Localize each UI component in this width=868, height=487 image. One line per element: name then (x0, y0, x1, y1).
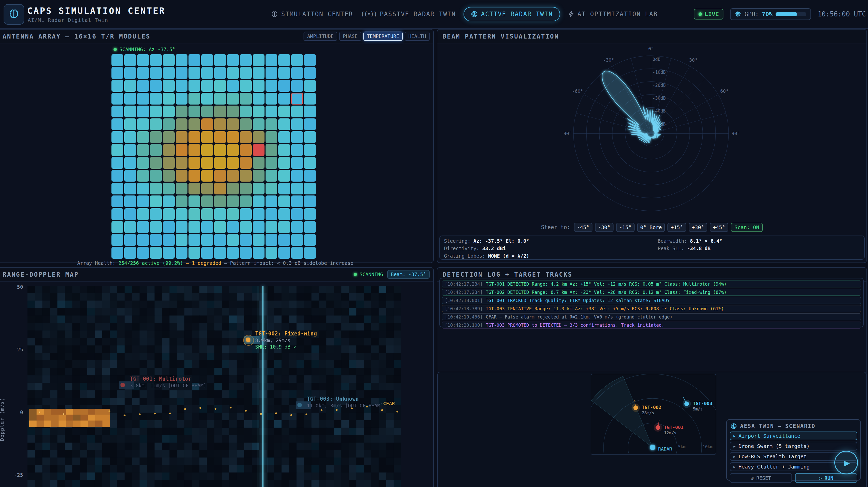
tr-module-cell[interactable] (278, 195, 290, 207)
tr-module-cell[interactable] (304, 54, 316, 66)
tr-module-cell[interactable] (304, 183, 316, 194)
tr-module-cell[interactable] (291, 247, 303, 258)
tr-module-cell[interactable] (291, 105, 303, 117)
tr-module-cell[interactable] (150, 221, 162, 233)
tr-module-cell[interactable] (214, 131, 226, 143)
tr-module-cell[interactable] (304, 208, 316, 220)
tr-module-cell[interactable] (240, 93, 252, 104)
tr-module-cell[interactable] (291, 54, 303, 66)
tr-module-cell[interactable] (266, 67, 277, 79)
tr-module-cell[interactable] (163, 234, 175, 246)
tr-module-cell[interactable] (214, 105, 226, 117)
tr-module-cell[interactable] (253, 247, 265, 258)
tr-module-cell[interactable] (227, 170, 239, 182)
tr-module-cell[interactable] (124, 118, 136, 130)
run-button[interactable]: ▷ RUN (795, 473, 857, 483)
nav-item-passive-radar-twin[interactable]: ((•))PASSIVE RADAR TWIN (361, 10, 456, 18)
tr-module-cell[interactable] (253, 131, 265, 143)
tr-module-cell[interactable] (266, 118, 277, 130)
tr-module-cell[interactable] (202, 93, 213, 104)
tr-module-cell[interactable] (150, 118, 162, 130)
tr-module-cell[interactable] (202, 234, 213, 246)
tr-module-cell[interactable] (112, 105, 123, 117)
tr-module-cell[interactable] (176, 131, 187, 143)
tr-module-cell[interactable] (176, 247, 187, 258)
tr-module-cell[interactable] (291, 170, 303, 182)
tr-module-cell[interactable] (188, 183, 200, 194)
tr-module-cell[interactable] (214, 67, 226, 79)
tr-module-cell[interactable] (240, 234, 252, 246)
tr-module-cell[interactable] (124, 170, 136, 182)
tr-module-cell[interactable] (253, 208, 265, 220)
scenario-item-drone-swarm-5-targets-[interactable]: ▶Drone Swarm (5 targets) (730, 442, 857, 451)
tr-module-cell[interactable] (253, 80, 265, 92)
tr-module-cell[interactable] (266, 195, 277, 207)
tr-module-cell[interactable] (240, 131, 252, 143)
tr-module-cell[interactable] (304, 157, 316, 169)
tr-module-cell[interactable] (253, 54, 265, 66)
tr-module-cell[interactable] (266, 183, 277, 194)
tr-module-cell[interactable] (112, 144, 123, 156)
steer-button--45[interactable]: -45° (574, 223, 592, 232)
tr-module-cell[interactable] (202, 118, 213, 130)
tr-module-cell[interactable] (163, 118, 175, 130)
tr-module-cell[interactable] (188, 118, 200, 130)
tr-module-cell[interactable] (214, 80, 226, 92)
tr-module-cell[interactable] (137, 67, 149, 79)
tr-module-cell[interactable] (163, 170, 175, 182)
tr-module-cell[interactable] (137, 93, 149, 104)
play-fab-button[interactable]: ▶ (834, 451, 858, 475)
tr-module-cell[interactable] (163, 80, 175, 92)
tr-module-cell[interactable] (137, 170, 149, 182)
tr-module-cell[interactable] (163, 221, 175, 233)
tr-module-cell[interactable] (304, 80, 316, 92)
tr-module-cell[interactable] (188, 54, 200, 66)
tr-module-cell[interactable] (304, 105, 316, 117)
tr-module-cell[interactable] (291, 67, 303, 79)
tr-module-cell[interactable] (150, 157, 162, 169)
steer-button--30[interactable]: -30° (595, 223, 614, 232)
tr-module-cell[interactable] (214, 183, 226, 194)
tr-module-cell[interactable] (253, 234, 265, 246)
tr-module-cell[interactable] (176, 118, 187, 130)
tr-module-cell[interactable] (304, 170, 316, 182)
tr-module-cell[interactable] (240, 247, 252, 258)
tr-module-cell[interactable] (291, 144, 303, 156)
tr-module-cell[interactable] (227, 144, 239, 156)
tab-amplitude[interactable]: AMPLITUDE (304, 32, 337, 41)
tr-module-cell[interactable] (202, 221, 213, 233)
tr-module-cell[interactable] (240, 208, 252, 220)
tr-module-cell[interactable] (188, 247, 200, 258)
steer-button-0Bore[interactable]: 0° Bore (637, 223, 665, 232)
tr-module-cell[interactable] (150, 183, 162, 194)
tr-module-cell[interactable] (176, 234, 187, 246)
tr-module-cell[interactable] (124, 183, 136, 194)
tr-module-cell[interactable] (227, 118, 239, 130)
tr-module-cell[interactable] (304, 144, 316, 156)
tr-module-cell[interactable] (124, 195, 136, 207)
tr-module-cell[interactable] (278, 221, 290, 233)
steer-button-+45[interactable]: +45° (710, 223, 728, 232)
tr-module-cell[interactable] (124, 144, 136, 156)
tr-module-cell[interactable] (291, 221, 303, 233)
tr-module-cell[interactable] (188, 234, 200, 246)
tr-module-cell[interactable] (227, 195, 239, 207)
tr-module-cell[interactable] (188, 93, 200, 104)
nav-item-simulation-center[interactable]: SIMULATION CENTER (271, 10, 353, 18)
tr-module-cell[interactable] (202, 157, 213, 169)
tr-module-cell[interactable] (291, 157, 303, 169)
tr-module-cell[interactable] (278, 54, 290, 66)
tr-module-cell[interactable] (214, 93, 226, 104)
tr-module-cell[interactable] (150, 67, 162, 79)
tr-module-cell[interactable] (188, 195, 200, 207)
steer-button-+15[interactable]: +15° (668, 223, 686, 232)
tr-module-cell[interactable] (176, 208, 187, 220)
tr-module-cell[interactable] (240, 118, 252, 130)
tr-module-cell[interactable] (163, 144, 175, 156)
tr-module-cell[interactable] (137, 195, 149, 207)
tr-module-cell[interactable] (202, 131, 213, 143)
tr-module-cell[interactable] (137, 144, 149, 156)
tr-module-cell[interactable] (253, 118, 265, 130)
tr-module-cell[interactable] (253, 93, 265, 104)
tr-module-cell[interactable] (304, 93, 316, 104)
